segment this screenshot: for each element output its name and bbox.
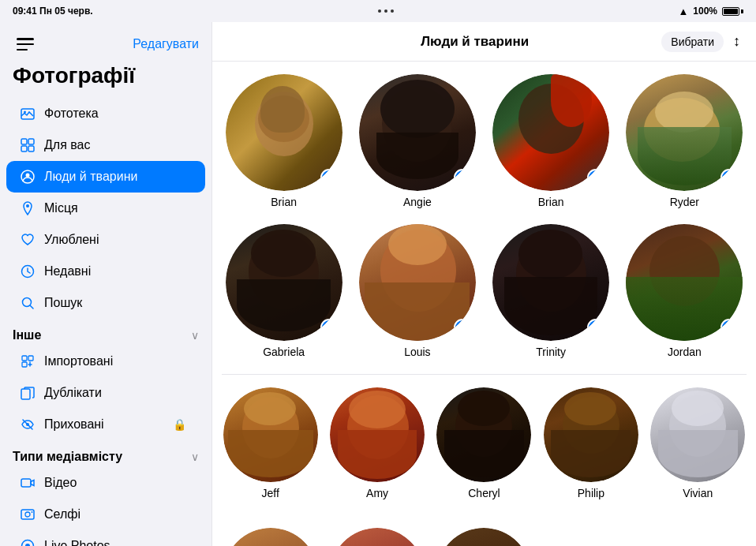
favorites-label: Улюблені	[44, 233, 99, 247]
places-label: Місця	[44, 201, 78, 215]
wifi-icon: ▲	[678, 6, 688, 17]
sidebar-item-imported[interactable]: Імпортовані	[6, 346, 205, 377]
avatar-bottom3	[436, 528, 531, 546]
sidebar-item-videos[interactable]: Відео	[6, 467, 205, 499]
person-brian1[interactable]: ♥ Brian	[222, 74, 346, 208]
live-photos-label: Live Photos	[44, 539, 110, 546]
other-section-title: Інше	[13, 328, 41, 342]
library-label: Фототека	[44, 107, 99, 121]
people-grid-container[interactable]: ♥ Brian ♥	[212, 62, 756, 546]
person-gabriela[interactable]: ♥ Gabriela	[222, 224, 346, 358]
sidebar-item-library[interactable]: Фототека	[6, 98, 205, 129]
person-bottom3[interactable]	[436, 528, 533, 546]
person-jordan[interactable]: ♥ Jordan	[623, 224, 747, 358]
favorite-badge-gabriela: ♥	[320, 319, 338, 336]
edit-button[interactable]: Редагувати	[133, 37, 199, 51]
svg-rect-3	[28, 139, 34, 144]
person-brian2[interactable]: ♥ Brian	[489, 74, 613, 208]
status-bar: 09:41 Пн 05 черв. ▲ 100%	[0, 0, 756, 22]
people-label: Люди й тварини	[44, 170, 137, 184]
video-icon	[19, 474, 36, 492]
svg-rect-5	[28, 146, 34, 151]
grid-icon	[19, 136, 36, 154]
imported-label: Імпортовані	[44, 354, 113, 368]
select-button[interactable]: Вибрати	[661, 32, 724, 52]
svg-rect-17	[21, 510, 34, 519]
person-name-jeff: Jeff	[262, 487, 279, 499]
person-louis[interactable]: ♥ Louis	[355, 224, 479, 358]
svg-point-19	[32, 511, 33, 513]
avatar-brian1: ♥	[226, 74, 342, 191]
avatar-angie: ♥	[359, 74, 476, 191]
svg-rect-2	[21, 139, 27, 144]
section-divider	[222, 374, 747, 375]
battery-icon	[722, 7, 743, 16]
avatar-trinity: ♥	[492, 224, 609, 341]
sidebar-item-hidden[interactable]: Приховані 🔒	[6, 409, 205, 440]
status-center	[378, 9, 394, 13]
svg-point-18	[25, 512, 30, 517]
svg-point-8	[26, 204, 29, 208]
sort-button[interactable]: ↕	[730, 30, 743, 53]
app-container: Редагувати Фотографії Фототека	[0, 22, 756, 546]
main-header-right: Вибрати ↕	[661, 30, 743, 53]
main-title: Люди й тварини	[288, 34, 661, 50]
person-trinity[interactable]: ♥ Trinity	[489, 224, 613, 358]
svg-rect-4	[21, 146, 27, 151]
dot3	[391, 9, 394, 13]
person-cheryl[interactable]: Cheryl	[436, 387, 533, 499]
location-icon	[19, 200, 36, 217]
search-icon	[19, 294, 36, 312]
main-header: Люди й тварини Вибрати ↕	[212, 22, 756, 62]
sidebar-item-people[interactable]: Люди й тварини	[6, 161, 205, 193]
sidebar-item-places[interactable]: Місця	[6, 193, 205, 224]
search-label: Пошук	[44, 296, 82, 310]
sidebar-item-foryou[interactable]: Для вас	[6, 129, 205, 161]
favorite-badge-angie: ♥	[454, 169, 471, 186]
lock-icon: 🔒	[173, 418, 186, 431]
media-types-title: Типи медіавмісту	[13, 450, 122, 464]
sidebar-item-favorites[interactable]: Улюблені	[6, 224, 205, 256]
person-philip[interactable]: Philip	[542, 387, 639, 499]
videos-label: Відео	[44, 476, 77, 490]
svg-point-7	[26, 174, 30, 178]
favorite-badge-jordan: ♥	[720, 319, 738, 336]
person-name-philip: Philip	[578, 487, 604, 499]
sidebar-item-duplicates[interactable]: Дублікати	[6, 377, 205, 409]
sidebar-toggle-button[interactable]	[13, 32, 38, 57]
person-name-brian2: Brian	[538, 196, 564, 208]
person-amy[interactable]: Amy	[328, 387, 425, 499]
heart-icon	[19, 231, 36, 249]
duplicates-label: Дублікати	[44, 386, 102, 400]
dot1	[378, 9, 381, 13]
sidebar-item-live-photos[interactable]: Live Photos	[6, 530, 205, 546]
person-jeff[interactable]: Jeff	[222, 387, 319, 499]
person-bottom2[interactable]	[328, 528, 425, 546]
person-ryder[interactable]: ♥ Ryder	[623, 74, 747, 208]
photo-icon	[19, 105, 36, 122]
other-section-header[interactable]: Інше ∨	[0, 319, 211, 346]
person-name-jordan: Jordan	[668, 346, 702, 358]
sidebar-item-search[interactable]: Пошук	[6, 287, 205, 319]
svg-rect-13	[22, 362, 27, 367]
svg-rect-11	[22, 356, 27, 361]
person-name-amy: Amy	[366, 487, 388, 499]
sidebar-item-recents[interactable]: Недавні	[6, 256, 205, 287]
person-angie[interactable]: ♥ Angie	[355, 74, 479, 208]
other-chevron-icon: ∨	[191, 329, 199, 342]
sidebar-item-selfies[interactable]: Селфі	[6, 499, 205, 530]
person-bottom1[interactable]	[222, 528, 319, 546]
media-types-chevron-icon: ∨	[191, 451, 199, 463]
selfie-icon	[19, 506, 36, 523]
svg-rect-16	[21, 479, 31, 487]
person-name-trinity: Trinity	[536, 346, 566, 358]
selfies-label: Селфі	[44, 507, 80, 522]
favorite-badge-louis: ♥	[454, 319, 471, 336]
media-types-section-header[interactable]: Типи медіавмісту ∨	[0, 440, 211, 467]
status-time: 09:41 Пн 05 черв.	[13, 6, 93, 17]
clock-icon	[19, 263, 36, 280]
sidebar-nav: Фототека Для вас	[0, 98, 211, 546]
avatar-bottom2	[330, 528, 425, 546]
favorite-badge-trinity: ♥	[587, 319, 604, 336]
person-vivian[interactable]: Vivian	[649, 387, 747, 499]
